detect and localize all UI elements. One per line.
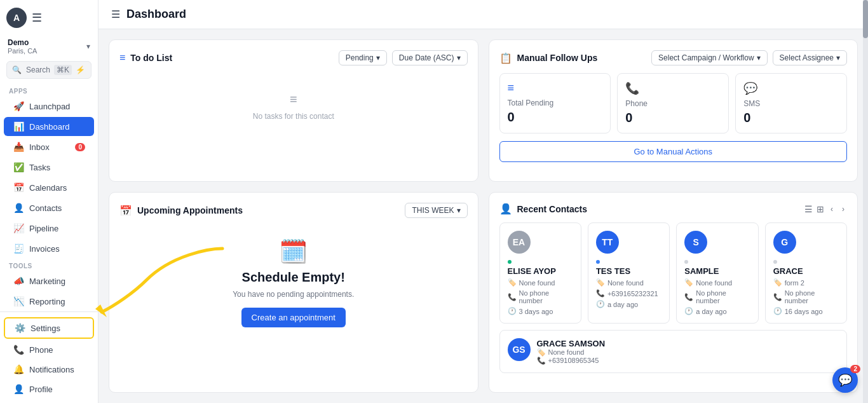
menu-toggle-icon[interactable]: ☰ bbox=[111, 8, 120, 20]
sidebar-item-pipeline[interactable]: 📈 Pipeline bbox=[4, 219, 94, 238]
sidebar-item-calendars[interactable]: 📅 Calendars bbox=[4, 178, 94, 197]
contact-time: 🕐 a day ago bbox=[684, 307, 750, 315]
search-shortcut: ⌘K bbox=[54, 65, 72, 75]
phone-stat: 📞 Phone 0 bbox=[617, 73, 729, 133]
go-to-manual-actions-btn[interactable]: Go to Manual Actions bbox=[499, 141, 848, 162]
total-pending-stat: ≡ Total Pending 0 bbox=[499, 73, 611, 133]
apps-section-label: Apps bbox=[0, 84, 98, 96]
grid-view-btn[interactable]: ⊞ bbox=[817, 204, 824, 214]
manual-follow-ups-header: 📋 Manual Follow Ups Select Campaign / Wo… bbox=[499, 50, 848, 65]
tag-icon: 🏷️ bbox=[773, 278, 782, 287]
prev-contacts-btn[interactable]: ‹ bbox=[828, 203, 836, 215]
lightning-icon: ⚡ bbox=[76, 65, 86, 74]
sidebar-item-launchpad[interactable]: 🚀 Launchpad bbox=[4, 97, 94, 116]
sms-stat-label: SMS bbox=[743, 99, 839, 108]
todo-card-header: ≡ To do List Pending ▾ Due Date (ASC) ▾ bbox=[119, 50, 468, 65]
sms-stat-value: 0 bbox=[743, 111, 839, 125]
sidebar-item-settings[interactable]: ⚙️ Settings bbox=[4, 317, 94, 339]
avatar: A bbox=[6, 8, 27, 28]
scrollbar[interactable] bbox=[863, 0, 868, 403]
follow-ups-filters: Select Campaign / Workflow ▾ Select Assi… bbox=[651, 50, 847, 65]
sidebar-item-label: Invoices bbox=[29, 244, 60, 254]
invoices-icon: 🧾 bbox=[13, 243, 24, 254]
contact-row-grace-samson[interactable]: GS GRACE SAMSON 🏷️ None found 📞 +6391089… bbox=[499, 330, 848, 373]
total-pending-label: Total Pending bbox=[508, 99, 603, 107]
campaign-filter-btn[interactable]: Select Campaign / Workflow ▾ bbox=[651, 50, 768, 65]
upcoming-appointments-title-row: 📅 Upcoming Appointments bbox=[119, 205, 243, 217]
profile-icon: 👤 bbox=[13, 384, 24, 394]
total-pending-value: 0 bbox=[508, 110, 603, 125]
manual-follow-ups-card: 📋 Manual Follow Ups Select Campaign / Wo… bbox=[489, 39, 858, 182]
sidebar-item-dashboard[interactable]: 📊 Dashboard bbox=[4, 117, 94, 136]
contact-card-grace[interactable]: G GRACE 🏷️ form 2 📞 No phone number 🕐 16… bbox=[765, 222, 847, 324]
chevron-down-icon[interactable]: ▾ bbox=[86, 42, 90, 51]
avatar-sample: S bbox=[684, 231, 707, 254]
sidebar-item-label: Profile bbox=[29, 385, 53, 394]
follow-up-stats: ≡ Total Pending 0 📞 Phone 0 💬 SMS 0 bbox=[499, 73, 848, 133]
tag-icon: 🏷️ bbox=[537, 348, 546, 357]
contact-name: SAMPLE bbox=[684, 266, 750, 276]
this-week-filter-btn[interactable]: THIS WEEK ▾ bbox=[405, 203, 467, 218]
tag-icon: 🏷️ bbox=[508, 278, 517, 287]
status-dot bbox=[684, 260, 688, 264]
chevron-down-icon: ▾ bbox=[457, 53, 461, 62]
main-area: ☰ Dashboard ≡ To do List Pending ▾ Due D… bbox=[98, 0, 868, 403]
status-dot bbox=[596, 260, 600, 264]
search-bar[interactable]: 🔍 Search ⌘K ⚡ bbox=[6, 61, 92, 79]
sidebar-item-label: Notifications bbox=[29, 365, 74, 374]
due-date-filter-label: Due Date (ASC) bbox=[399, 53, 454, 62]
sidebar-item-phone[interactable]: 📞 Phone bbox=[4, 340, 94, 359]
chat-bubble-btn[interactable]: 💬 2 bbox=[832, 367, 858, 393]
contact-card-sample[interactable]: S SAMPLE 🏷️ None found 📞 No phone number… bbox=[676, 222, 758, 324]
next-contacts-btn[interactable]: › bbox=[839, 203, 847, 215]
contact-card-elise[interactable]: EA ELISE AYOP 🏷️ None found 📞 No phone n… bbox=[499, 222, 581, 324]
calendar-empty-icon: 🗓️ bbox=[279, 238, 308, 265]
upcoming-appointments-title: Upcoming Appointments bbox=[137, 205, 243, 215]
notifications-icon: 🔔 bbox=[13, 364, 24, 374]
time-icon: 🕐 bbox=[684, 307, 693, 315]
assignee-filter-btn[interactable]: Select Assignee ▾ bbox=[773, 50, 847, 65]
sidebar-item-label: Inbox bbox=[29, 142, 50, 152]
upcoming-appointments-card: 📅 Upcoming Appointments THIS WEEK ▾ 🗓️ S… bbox=[109, 192, 478, 393]
pending-filter-btn[interactable]: Pending ▾ bbox=[339, 50, 387, 65]
sidebar-item-contacts[interactable]: 👤 Contacts bbox=[4, 198, 94, 217]
chevron-down-icon: ▾ bbox=[757, 53, 761, 62]
list-view-btn[interactable]: ☰ bbox=[804, 204, 813, 214]
todo-empty-message: No tasks for this contact bbox=[253, 112, 334, 121]
create-appointment-btn[interactable]: Create an appointment bbox=[241, 308, 346, 327]
chat-badge: 2 bbox=[850, 365, 860, 373]
scrollbar-thumb[interactable] bbox=[863, 0, 868, 38]
sidebar-item-reporting[interactable]: 📉 Reporting bbox=[4, 292, 94, 311]
todo-icon: ≡ bbox=[119, 52, 125, 64]
sidebar-item-label: Marketing bbox=[29, 277, 65, 286]
sidebar-item-label: Tasks bbox=[29, 163, 50, 172]
sidebar-item-marketing[interactable]: 📣 Marketing bbox=[4, 271, 94, 290]
contact-tag: 🏷️ None found bbox=[596, 278, 661, 287]
due-date-filter-btn[interactable]: Due Date (ASC) ▾ bbox=[392, 50, 468, 65]
sidebar-item-inbox[interactable]: 📥 Inbox 0 bbox=[4, 137, 94, 156]
sidebar-item-profile[interactable]: 👤 Profile bbox=[4, 379, 94, 399]
contact-phone: 📞 +639165232321 bbox=[596, 289, 661, 297]
search-icon: 🔍 bbox=[12, 65, 22, 74]
recent-contacts-title-row: 👤 Recent Contacts bbox=[499, 203, 587, 215]
follow-ups-icon: 📋 bbox=[499, 52, 512, 64]
status-dot bbox=[773, 260, 777, 264]
calendars-icon: 📅 bbox=[13, 182, 24, 193]
hamburger-icon[interactable]: ☰ bbox=[32, 11, 42, 25]
avatar-grace-samson: GS bbox=[508, 338, 531, 361]
todo-card: ≡ To do List Pending ▾ Due Date (ASC) ▾ … bbox=[109, 39, 478, 182]
phone-stat-value: 0 bbox=[625, 111, 721, 125]
sidebar-item-label: Dashboard bbox=[29, 122, 70, 132]
contact-card-testest[interactable]: TT TES TES 🏷️ None found 📞 +639165232321… bbox=[588, 222, 670, 324]
todo-filters: Pending ▾ Due Date (ASC) ▾ bbox=[339, 50, 468, 65]
tools-section-label: Tools bbox=[0, 259, 98, 271]
time-icon: 🕐 bbox=[596, 300, 605, 308]
grace-samson-info: GRACE SAMSON 🏷️ None found 📞 +6391089653… bbox=[537, 339, 839, 365]
sidebar-item-notifications[interactable]: 🔔 Notifications bbox=[4, 360, 94, 379]
settings-icon: ⚙️ bbox=[14, 323, 25, 333]
sidebar-item-invoices[interactable]: 🧾 Invoices bbox=[4, 239, 94, 258]
main-header: ☰ Dashboard bbox=[98, 0, 868, 29]
demo-section: Demo Paris, CA ▾ bbox=[0, 36, 98, 58]
sidebar-item-tasks[interactable]: ✅ Tasks bbox=[4, 158, 94, 177]
avatar-grace: G bbox=[773, 231, 796, 254]
